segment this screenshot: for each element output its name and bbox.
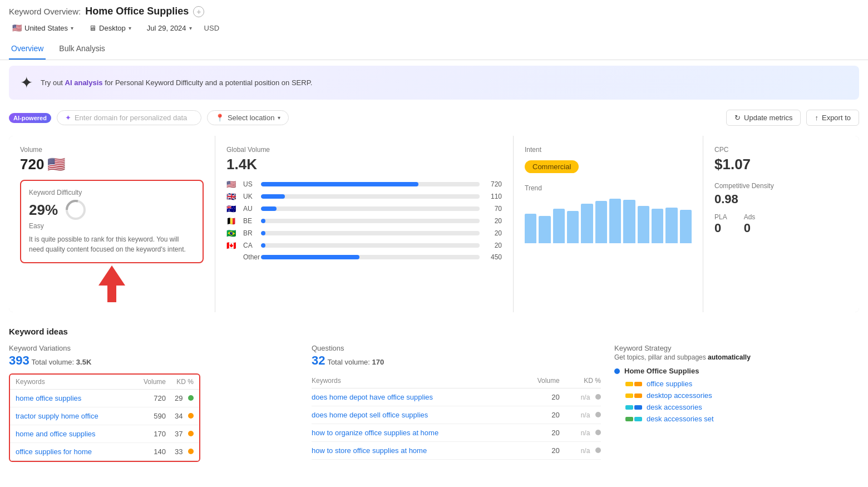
strategy-sub-item: desk accessories set xyxy=(625,415,859,423)
location-selector[interactable]: 📍 Select location ▾ xyxy=(207,110,289,125)
q-col-keywords-header: Keywords xyxy=(312,373,518,388)
country-bar-fill xyxy=(261,219,265,223)
country-selector[interactable]: 🇺🇸 United States ▾ xyxy=(9,22,77,34)
kd-card: Keyword Difficulty 29% Easy It is quite … xyxy=(20,180,204,263)
country-flag-icon: 🇧🇷 xyxy=(226,229,239,238)
country-code-label: UK xyxy=(243,193,257,200)
questions-label: Questions xyxy=(312,344,601,352)
pla-label: PLA xyxy=(714,213,727,221)
country-value: 20 xyxy=(484,217,502,225)
kd-gauge-chart xyxy=(65,199,87,221)
country-row: 🇧🇪 BE 20 xyxy=(226,217,502,225)
ai-banner-text: Try out AI analysis for Personal Keyword… xyxy=(41,78,312,87)
country-row: 🇧🇷 BR 20 xyxy=(226,229,502,238)
variations-table: Keywords Volume KD % home office supplie… xyxy=(10,375,199,461)
country-bar-fill xyxy=(261,206,277,211)
country-bar-fill xyxy=(261,243,265,248)
country-value: 20 xyxy=(484,242,502,249)
ai-sparkle-icon: ✦ xyxy=(20,73,33,92)
refresh-icon: ↻ xyxy=(734,114,741,122)
strategy-sub-link[interactable]: desk accessories xyxy=(647,403,702,411)
strategy-color-bar xyxy=(625,382,642,386)
strategy-sub-link[interactable]: desktop accessories xyxy=(647,391,712,400)
desktop-icon: 🖥 xyxy=(89,24,96,32)
location-pin-icon: 📍 xyxy=(215,114,224,122)
keyword-link[interactable]: does home depot have office supplies xyxy=(312,393,433,401)
tab-overview[interactable]: Overview xyxy=(9,38,46,60)
strategy-color-bar xyxy=(625,393,642,398)
country-bar-bg xyxy=(261,194,480,199)
strategy-color-bar xyxy=(625,417,642,421)
keyword-link[interactable]: how to store office supplies at home xyxy=(312,446,427,455)
keyword-link[interactable]: tractor supply home office xyxy=(16,412,98,420)
strategy-dot-icon xyxy=(614,368,620,374)
keyword-link[interactable]: does home depot sell office supplies xyxy=(312,411,428,419)
country-row: 🇬🇧 UK 110 xyxy=(226,192,502,201)
export-button[interactable]: ↑ Export to xyxy=(806,110,859,126)
global-volume-label: Global Volume xyxy=(226,146,502,154)
strategy-sub-link[interactable]: office supplies xyxy=(647,380,692,388)
strategy-sub-link[interactable]: desk accessories set xyxy=(647,415,714,423)
trend-chart xyxy=(525,199,692,243)
intent-badge: Commercial xyxy=(525,160,579,173)
country-code-label: BR xyxy=(243,229,257,237)
date-selector[interactable]: Jul 29, 2024 ▾ xyxy=(144,22,195,34)
ai-analysis-link[interactable]: AI analysis xyxy=(65,78,103,87)
table-row: does home depot sell office supplies 20 … xyxy=(312,406,601,424)
kd-dot-icon xyxy=(188,395,194,401)
trend-bar xyxy=(595,201,607,243)
strategy-sub-item: desktop accessories xyxy=(625,391,859,400)
strategy-main-label: Home Office Supplies xyxy=(624,367,699,375)
country-label: United States xyxy=(24,24,68,32)
kd-dot-icon xyxy=(188,431,194,436)
table-row: does home depot have office supplies 20 … xyxy=(312,388,601,406)
device-selector[interactable]: 🖥 Desktop ▾ xyxy=(86,22,135,34)
domain-placeholder-text: Enter domain for personalized data xyxy=(75,114,187,122)
sparkle-icon: ✦ xyxy=(65,114,71,122)
trend-label: Trend xyxy=(525,184,692,192)
country-bar-fill xyxy=(261,182,418,186)
country-value: 450 xyxy=(484,253,502,261)
keyword-link[interactable]: home and office supplies xyxy=(16,430,96,438)
col-kd-header: KD % xyxy=(166,375,199,390)
ads-value: 0 xyxy=(744,221,756,235)
questions-col: Questions 32 Total volume: 170 Keywords … xyxy=(312,344,601,464)
col-volume-header: Volume xyxy=(132,375,166,390)
country-flag-icon: 🇦🇺 xyxy=(226,204,239,213)
keyword-link[interactable]: home office supplies xyxy=(16,394,81,402)
cpc-card: CPC $1.07 Competitive Density 0.98 PLA 0… xyxy=(703,136,859,312)
strategy-sub-item: desk accessories xyxy=(625,403,859,411)
kd-dot-icon xyxy=(595,447,601,453)
ai-powered-badge: AI-powered xyxy=(9,113,51,123)
questions-total: Total volume: 170 xyxy=(327,358,384,366)
us-flag-icon: 🇺🇸 xyxy=(12,23,22,32)
toolbar: AI-powered ✦ Enter domain for personaliz… xyxy=(0,105,868,130)
strategy-seg-icon xyxy=(634,393,642,398)
country-code-label: CA xyxy=(243,242,257,249)
strategy-seg-icon xyxy=(625,393,633,398)
intent-label: Intent xyxy=(525,146,692,154)
table-row: home office supplies 720 29 xyxy=(10,390,199,407)
keyword-variations-col: Keyword Variations 393 Total volume: 3.5… xyxy=(9,344,298,464)
country-bar-fill xyxy=(261,255,359,259)
date-chevron-icon: ▾ xyxy=(189,25,192,31)
country-row: 🇺🇸 US 720 xyxy=(226,180,502,189)
domain-input[interactable]: ✦ Enter domain for personalized data xyxy=(57,110,201,125)
country-code-label: Other xyxy=(243,253,257,261)
strategy-seg-icon xyxy=(625,417,633,421)
add-keyword-button[interactable]: + xyxy=(193,6,204,17)
kd-dot-icon xyxy=(188,413,194,419)
country-chevron-icon: ▾ xyxy=(71,25,73,31)
pla-ads-row: PLA 0 Ads 0 xyxy=(714,213,848,235)
keyword-link[interactable]: how to organize office supplies at home xyxy=(312,429,438,437)
strategy-seg-icon xyxy=(625,382,633,386)
export-icon: ↑ xyxy=(815,114,818,122)
country-value: 70 xyxy=(484,205,502,213)
currency-label: USD xyxy=(204,24,219,32)
country-row: 🇨🇦 CA 20 xyxy=(226,241,502,250)
questions-table: Keywords Volume KD % does home depot hav… xyxy=(312,373,601,460)
tab-bulk-analysis[interactable]: Bulk Analysis xyxy=(57,38,107,60)
update-metrics-button[interactable]: ↻ Update metrics xyxy=(726,110,801,126)
keyword-link[interactable]: office supplies for home xyxy=(16,447,92,456)
q-col-kd-header: KD % xyxy=(560,373,601,388)
